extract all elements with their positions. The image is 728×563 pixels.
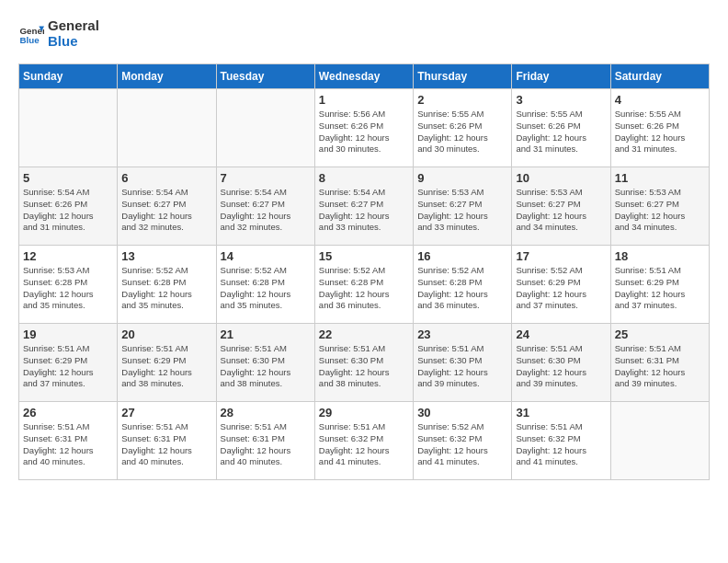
weekday-header-friday: Friday (512, 64, 610, 89)
day-number: 26 (23, 406, 113, 419)
calendar-cell: 20Sunrise: 5:51 AM Sunset: 6:29 PM Dayli… (118, 324, 216, 402)
day-info: Sunrise: 5:52 AM Sunset: 6:28 PM Dayligh… (221, 265, 311, 312)
weekday-header-saturday: Saturday (610, 64, 709, 89)
day-number: 4 (615, 93, 705, 107)
day-number: 16 (417, 249, 507, 263)
calendar-cell: 2Sunrise: 5:55 AM Sunset: 6:26 PM Daylig… (414, 89, 512, 167)
day-info: Sunrise: 5:55 AM Sunset: 6:26 PM Dayligh… (516, 109, 606, 155)
day-info: Sunrise: 5:51 AM Sunset: 6:30 PM Dayligh… (319, 343, 409, 390)
calendar-cell: 15Sunrise: 5:52 AM Sunset: 6:28 PM Dayli… (314, 246, 413, 324)
calendar-cell: 13Sunrise: 5:52 AM Sunset: 6:28 PM Dayli… (118, 246, 216, 324)
calendar-cell: 18Sunrise: 5:51 AM Sunset: 6:29 PM Dayli… (610, 246, 709, 324)
day-number: 25 (615, 327, 705, 341)
calendar-cell: 30Sunrise: 5:52 AM Sunset: 6:32 PM Dayli… (414, 402, 512, 480)
calendar-cell: 21Sunrise: 5:51 AM Sunset: 6:30 PM Dayli… (216, 324, 314, 402)
logo-blue: Blue (48, 34, 99, 50)
day-number: 6 (121, 171, 211, 185)
day-info: Sunrise: 5:51 AM Sunset: 6:31 PM Dayligh… (615, 343, 705, 390)
weekday-header-row: SundayMondayTuesdayWednesdayThursdayFrid… (19, 64, 710, 89)
day-number: 10 (516, 171, 606, 185)
page-header: General Blue General Blue (18, 18, 710, 49)
calendar-cell: 9Sunrise: 5:53 AM Sunset: 6:27 PM Daylig… (414, 167, 512, 246)
calendar-cell: 27Sunrise: 5:51 AM Sunset: 6:31 PM Dayli… (118, 402, 216, 480)
weekday-header-wednesday: Wednesday (314, 64, 413, 89)
day-info: Sunrise: 5:53 AM Sunset: 6:27 PM Dayligh… (516, 187, 606, 234)
day-info: Sunrise: 5:52 AM Sunset: 6:28 PM Dayligh… (121, 265, 211, 312)
day-number: 31 (516, 406, 606, 419)
calendar-week-row: 5Sunrise: 5:54 AM Sunset: 6:26 PM Daylig… (19, 167, 710, 246)
calendar-week-row: 19Sunrise: 5:51 AM Sunset: 6:29 PM Dayli… (19, 324, 710, 402)
day-number: 30 (417, 406, 507, 419)
calendar-cell: 10Sunrise: 5:53 AM Sunset: 6:27 PM Dayli… (512, 167, 610, 246)
calendar-cell: 19Sunrise: 5:51 AM Sunset: 6:29 PM Dayli… (19, 324, 118, 402)
logo-general: General (48, 18, 99, 34)
day-number: 19 (23, 327, 113, 341)
calendar-cell: 31Sunrise: 5:51 AM Sunset: 6:32 PM Dayli… (512, 402, 610, 480)
calendar-cell: 1Sunrise: 5:56 AM Sunset: 6:26 PM Daylig… (314, 89, 413, 167)
day-info: Sunrise: 5:52 AM Sunset: 6:29 PM Dayligh… (516, 265, 606, 312)
day-number: 29 (319, 406, 409, 419)
calendar-cell: 17Sunrise: 5:52 AM Sunset: 6:29 PM Dayli… (512, 246, 610, 324)
calendar-cell: 22Sunrise: 5:51 AM Sunset: 6:30 PM Dayli… (314, 324, 413, 402)
day-info: Sunrise: 5:52 AM Sunset: 6:32 PM Dayligh… (417, 421, 507, 468)
calendar-cell: 14Sunrise: 5:52 AM Sunset: 6:28 PM Dayli… (216, 246, 314, 324)
day-info: Sunrise: 5:54 AM Sunset: 6:27 PM Dayligh… (319, 187, 409, 234)
calendar-cell: 26Sunrise: 5:51 AM Sunset: 6:31 PM Dayli… (19, 402, 118, 480)
day-info: Sunrise: 5:56 AM Sunset: 6:26 PM Dayligh… (319, 109, 409, 155)
calendar-cell: 29Sunrise: 5:51 AM Sunset: 6:32 PM Dayli… (314, 402, 413, 480)
calendar-cell: 4Sunrise: 5:55 AM Sunset: 6:26 PM Daylig… (610, 89, 709, 167)
logo-icon: General Blue (18, 21, 44, 47)
day-info: Sunrise: 5:53 AM Sunset: 6:27 PM Dayligh… (417, 187, 507, 234)
calendar-cell: 6Sunrise: 5:54 AM Sunset: 6:27 PM Daylig… (118, 167, 216, 246)
day-number: 18 (615, 249, 705, 263)
day-info: Sunrise: 5:55 AM Sunset: 6:26 PM Dayligh… (615, 109, 705, 155)
calendar-week-row: 12Sunrise: 5:53 AM Sunset: 6:28 PM Dayli… (19, 246, 710, 324)
day-number: 1 (319, 93, 409, 107)
day-info: Sunrise: 5:51 AM Sunset: 6:29 PM Dayligh… (23, 343, 113, 390)
day-info: Sunrise: 5:54 AM Sunset: 6:27 PM Dayligh… (121, 187, 211, 234)
calendar-week-row: 1Sunrise: 5:56 AM Sunset: 6:26 PM Daylig… (19, 89, 710, 167)
day-number: 14 (221, 249, 311, 263)
calendar-cell: 12Sunrise: 5:53 AM Sunset: 6:28 PM Dayli… (19, 246, 118, 324)
calendar-cell: 25Sunrise: 5:51 AM Sunset: 6:31 PM Dayli… (610, 324, 709, 402)
day-info: Sunrise: 5:51 AM Sunset: 6:32 PM Dayligh… (319, 421, 409, 468)
calendar-week-row: 26Sunrise: 5:51 AM Sunset: 6:31 PM Dayli… (19, 402, 710, 480)
day-number: 17 (516, 249, 606, 263)
calendar-cell: 7Sunrise: 5:54 AM Sunset: 6:27 PM Daylig… (216, 167, 314, 246)
day-info: Sunrise: 5:51 AM Sunset: 6:32 PM Dayligh… (516, 421, 606, 468)
day-number: 2 (417, 93, 507, 107)
calendar-cell: 28Sunrise: 5:51 AM Sunset: 6:31 PM Dayli… (216, 402, 314, 480)
calendar-cell (118, 89, 216, 167)
day-info: Sunrise: 5:51 AM Sunset: 6:30 PM Dayligh… (221, 343, 311, 390)
logo: General Blue General Blue (18, 18, 99, 49)
weekday-header-monday: Monday (118, 64, 216, 89)
day-info: Sunrise: 5:51 AM Sunset: 6:30 PM Dayligh… (417, 343, 507, 390)
day-info: Sunrise: 5:54 AM Sunset: 6:27 PM Dayligh… (221, 187, 311, 234)
day-number: 23 (417, 327, 507, 341)
weekday-header-tuesday: Tuesday (216, 64, 314, 89)
weekday-header-thursday: Thursday (414, 64, 512, 89)
day-info: Sunrise: 5:54 AM Sunset: 6:26 PM Dayligh… (23, 187, 113, 234)
day-info: Sunrise: 5:51 AM Sunset: 6:31 PM Dayligh… (221, 421, 311, 468)
day-number: 13 (121, 249, 211, 263)
day-number: 24 (516, 327, 606, 341)
calendar-cell: 11Sunrise: 5:53 AM Sunset: 6:27 PM Dayli… (610, 167, 709, 246)
day-info: Sunrise: 5:52 AM Sunset: 6:28 PM Dayligh… (319, 265, 409, 312)
calendar-table: SundayMondayTuesdayWednesdayThursdayFrid… (18, 63, 710, 480)
calendar-cell: 24Sunrise: 5:51 AM Sunset: 6:30 PM Dayli… (512, 324, 610, 402)
day-number: 28 (221, 406, 311, 419)
day-info: Sunrise: 5:53 AM Sunset: 6:28 PM Dayligh… (23, 265, 113, 312)
day-number: 27 (121, 406, 211, 419)
calendar-cell: 8Sunrise: 5:54 AM Sunset: 6:27 PM Daylig… (314, 167, 413, 246)
day-info: Sunrise: 5:51 AM Sunset: 6:31 PM Dayligh… (121, 421, 211, 468)
day-info: Sunrise: 5:51 AM Sunset: 6:30 PM Dayligh… (516, 343, 606, 390)
calendar-cell: 16Sunrise: 5:52 AM Sunset: 6:28 PM Dayli… (414, 246, 512, 324)
calendar-cell: 23Sunrise: 5:51 AM Sunset: 6:30 PM Dayli… (414, 324, 512, 402)
day-number: 21 (221, 327, 311, 341)
weekday-header-sunday: Sunday (19, 64, 118, 89)
day-info: Sunrise: 5:51 AM Sunset: 6:29 PM Dayligh… (121, 343, 211, 390)
day-number: 3 (516, 93, 606, 107)
calendar-cell (216, 89, 314, 167)
day-number: 7 (221, 171, 311, 185)
day-info: Sunrise: 5:51 AM Sunset: 6:31 PM Dayligh… (23, 421, 113, 468)
